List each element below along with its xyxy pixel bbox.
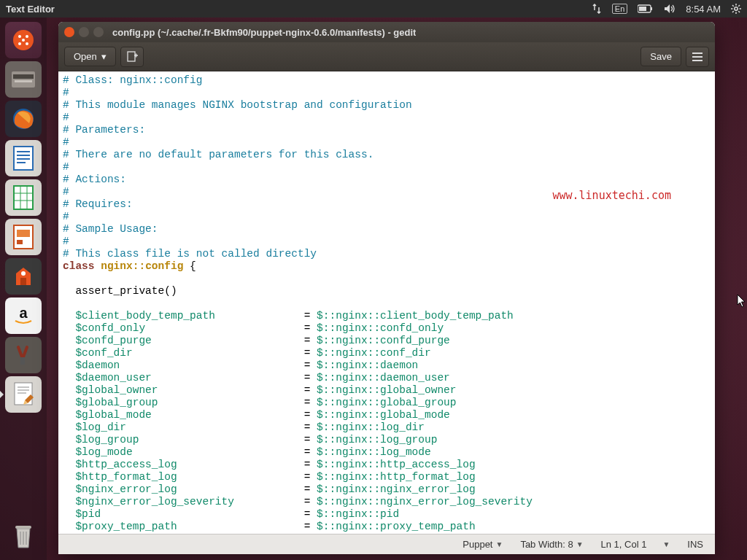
hamburger-menu-button[interactable] [686,47,709,67]
save-button-label: Save [650,51,672,62]
editor-area[interactable]: # Class: nginx::config # # This module m… [58,71,715,534]
top-menu-bar: Text Editor En 8:54 AM [0,0,747,18]
chevron-down-icon: ▾ [101,51,107,62]
svg-rect-20 [15,80,32,82]
cursor-position: Ln 1, Col 1 ▼ [601,539,670,550]
status-bar: Puppet▼ Tab Width: 8▼ Ln 1, Col 1 ▼ INS [58,534,715,554]
impress-icon[interactable] [5,219,42,255]
calc-icon[interactable] [5,179,42,216]
svg-point-17 [22,39,25,42]
svg-rect-27 [14,186,33,209]
amazon-icon[interactable]: a [5,298,42,334]
svg-point-36 [21,271,26,276]
gedit-window: config.pp (~/.cache/.fr-Bkfm90/puppet-ng… [58,22,715,554]
svg-line-8 [732,5,734,7]
svg-rect-38 [20,357,25,365]
language-selector[interactable]: Puppet▼ [462,539,503,550]
svg-rect-23 [17,151,30,152]
save-button[interactable]: Save [640,47,681,66]
svg-rect-47 [128,52,135,61]
svg-rect-18 [12,71,35,88]
svg-point-15 [18,42,21,45]
battery-icon[interactable] [638,4,654,13]
insert-mode[interactable]: INS [687,539,703,550]
software-icon[interactable] [5,258,42,295]
svg-line-10 [732,11,734,12]
svg-line-9 [738,11,740,12]
files-icon[interactable] [5,61,42,98]
network-icon[interactable] [592,4,602,14]
svg-rect-33 [17,230,30,237]
writer-icon[interactable] [5,140,42,176]
window-title-bar[interactable]: config.pp (~/.cache/.fr-Bkfm90/puppet-ng… [58,22,715,42]
svg-rect-24 [17,155,30,156]
svg-text:a: a [19,305,28,321]
watermark: www.linuxtechi.com [552,190,671,202]
trash-icon[interactable] [5,518,42,554]
svg-point-14 [26,35,28,38]
unity-launcher: a [0,18,47,560]
svg-point-3 [735,7,738,10]
svg-rect-26 [17,162,26,163]
active-app-title: Text Editor [6,4,55,15]
chevron-down-icon: ▼ [576,540,584,548]
tab-width-selector[interactable]: Tab Width: 8▼ [520,539,583,550]
svg-rect-35 [20,278,26,285]
hamburger-icon [692,52,703,61]
gedit-toolbar: Open ▾ Save [58,42,715,71]
svg-line-11 [738,5,740,7]
keyboard-indicator[interactable]: En [612,4,627,14]
chevron-down-icon: ▼ [662,540,670,548]
firefox-icon[interactable] [5,101,42,137]
svg-rect-43 [15,526,31,529]
cursor-icon [737,294,747,308]
dash-icon[interactable] [5,22,42,58]
svg-point-13 [18,35,21,38]
minimize-icon[interactable] [79,27,89,37]
window-title: config.pp (~/.cache/.fr-Bkfm90/puppet-ng… [112,27,416,38]
svg-rect-2 [639,7,646,11]
volume-icon[interactable] [664,4,676,14]
new-tab-button[interactable] [120,47,144,67]
settings-icon[interactable] [5,337,42,373]
svg-point-16 [26,42,28,45]
svg-rect-34 [17,240,23,244]
svg-rect-25 [17,158,30,160]
gedit-icon[interactable] [5,376,42,413]
close-icon[interactable] [64,27,74,37]
svg-rect-19 [13,74,34,79]
chevron-down-icon: ▼ [495,540,503,548]
new-doc-icon [126,51,138,63]
clock-time[interactable]: 8:54 AM [686,4,721,15]
gear-icon[interactable] [731,4,741,14]
open-button-label: Open [74,51,97,62]
open-button[interactable]: Open ▾ [64,47,116,66]
maximize-icon[interactable] [93,27,104,37]
svg-rect-1 [651,7,652,10]
